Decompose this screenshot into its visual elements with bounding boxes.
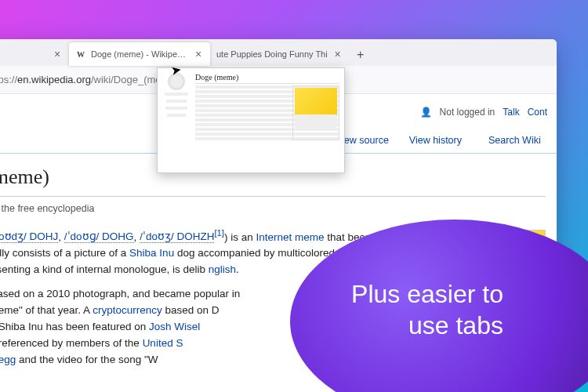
preview-infobox: [292, 85, 339, 140]
tab-3[interactable]: ute Puppies Doing Funny Thi ×: [210, 42, 350, 66]
tab-active-dragging[interactable]: W Doge (meme) - Wikipedia ×: [69, 42, 210, 66]
user-icon: 👤: [420, 105, 432, 120]
tab-1[interactable]: ch ×: [0, 42, 69, 66]
view-history-tab[interactable]: View history: [399, 128, 472, 153]
tab-title: Doge (meme) - Wikipedia: [91, 49, 188, 59]
wiki-search-input[interactable]: Search Wiki: [478, 128, 549, 153]
ipa-link[interactable]: /ˈdoʊɡ/ DOHG: [64, 230, 134, 243]
wikipedia-favicon-icon: W: [75, 49, 86, 60]
tab-preview-popup: Doge (meme): [157, 67, 345, 173]
cryptocurrency-link[interactable]: cryptocurrency: [93, 304, 162, 316]
english-link[interactable]: nglish: [209, 263, 236, 275]
close-icon[interactable]: ×: [52, 49, 63, 60]
internet-meme-link[interactable]: Internet meme: [256, 230, 324, 242]
tab-title: ch: [0, 49, 47, 59]
close-icon[interactable]: ×: [332, 49, 343, 60]
reference-link[interactable]: [1]: [214, 228, 224, 238]
tab-strip: ch × W Doge (meme) - Wikipedia × ute Pup…: [0, 39, 557, 66]
preview-image: [295, 88, 337, 114]
shiba-inu-link[interactable]: Shiba Inu: [129, 247, 174, 259]
url-host: en.wikipedia.org: [17, 74, 91, 85]
josh-link[interactable]: Josh Wisel: [149, 321, 200, 332]
tab-title: ute Puppies Doing Funny Thi: [216, 49, 328, 59]
not-logged-in-label: Not logged in: [440, 105, 495, 120]
promo-text: Plus easier to use tabs: [351, 278, 558, 365]
url-protocol: https://: [0, 74, 17, 85]
easter-egg-link[interactable]: aster egg: [0, 354, 16, 365]
ipa-link[interactable]: /ˈdoʊʒ/ DOHZH: [140, 230, 214, 243]
talk-link[interactable]: Talk: [503, 105, 519, 120]
contributions-link[interactable]: Cont: [528, 105, 547, 120]
article-subtitle: pedia, the free encyclopedia: [0, 201, 546, 216]
preview-title: Doge (meme): [195, 73, 339, 84]
new-tab-button[interactable]: +: [350, 44, 372, 66]
close-icon[interactable]: ×: [193, 49, 204, 60]
ipa-link[interactable]: /ˈdoʊdʒ/ DOHJ: [0, 230, 58, 243]
united-states-link[interactable]: United S: [143, 337, 183, 349]
